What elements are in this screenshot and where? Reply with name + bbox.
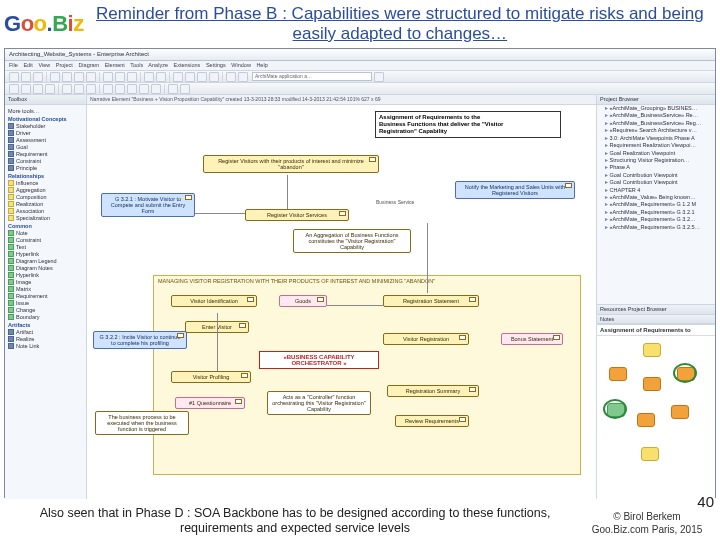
toolbox-item[interactable]: Change: [8, 307, 83, 313]
elem-goal-322[interactable]: G 3.2.2 : Incite Visitor to continue to …: [93, 331, 187, 349]
elem-visitor-profiling[interactable]: Visitor Profiling: [171, 371, 251, 383]
toolbar-search[interactable]: ArchiMate application a…: [252, 72, 372, 81]
toolbox-tab[interactable]: Toolbox: [5, 95, 86, 105]
elem-controller-note[interactable]: Acts as a "Controller" function orchestr…: [267, 391, 371, 415]
toolbox-item[interactable]: Driver: [8, 130, 83, 136]
toolbox-item[interactable]: Assessment: [8, 137, 83, 143]
tool-button[interactable]: [209, 72, 219, 82]
tool-button[interactable]: [62, 84, 72, 94]
right-pane[interactable]: Project Browser «ArchiMate_Grouping» BUS…: [597, 95, 715, 499]
toolbox-item[interactable]: Stakeholder: [8, 123, 83, 129]
toolbox-item[interactable]: Diagram Notes: [8, 265, 83, 271]
tool-button[interactable]: [115, 72, 125, 82]
toolbox-item[interactable]: Text: [8, 244, 83, 250]
elem-visitor-identification[interactable]: Visitor Identification: [171, 295, 257, 307]
tree-item[interactable]: «ArchiMate_BusinessService» Re…: [597, 112, 715, 119]
toolbox-search[interactable]: More tools…: [8, 108, 39, 114]
tree-item[interactable]: Structuring Visitor Registration…: [597, 157, 715, 164]
elem-process-note[interactable]: The business process to be executed when…: [95, 411, 189, 435]
toolbox-item[interactable]: Constraint: [8, 237, 83, 243]
tool-button[interactable]: [173, 72, 183, 82]
tool-button[interactable]: [185, 72, 195, 82]
elem-aggregation-note[interactable]: An Aggregation of Business Functions con…: [293, 229, 411, 253]
toolbox-item[interactable]: Association: [8, 208, 83, 214]
tool-button[interactable]: [33, 84, 43, 94]
tree-item[interactable]: Goal Contribution Viewpoint: [597, 172, 715, 179]
tool-button[interactable]: [86, 72, 96, 82]
toolbox-item[interactable]: Diagram Legend: [8, 258, 83, 264]
toolbox-item[interactable]: Requirement: [8, 151, 83, 157]
tool-button[interactable]: [151, 84, 161, 94]
tree-item[interactable]: «ArchiMate_Grouping» BUSINES…: [597, 105, 715, 112]
tool-button[interactable]: [50, 72, 60, 82]
tool-button[interactable]: [127, 72, 137, 82]
tree-item[interactable]: CHAPTER 4: [597, 187, 715, 194]
tree-item[interactable]: Phase A: [597, 164, 715, 171]
toolbox-item[interactable]: Influence: [8, 180, 83, 186]
canvas-tabbar[interactable]: Narrative Element "Business + Vision Pro…: [87, 95, 596, 105]
toolbox-item[interactable]: Composition: [8, 194, 83, 200]
elem-bonus-statement[interactable]: Bonus Statement: [501, 333, 563, 345]
elem-register-visitor-services[interactable]: Register Visitor Services: [245, 209, 349, 221]
tree-item[interactable]: Goal Realization Viewpoint: [597, 150, 715, 157]
tool-button[interactable]: [144, 72, 154, 82]
tool-button[interactable]: [103, 84, 113, 94]
tree-item[interactable]: Requirement Realization Viewpoi…: [597, 142, 715, 149]
toolbar-1[interactable]: ArchiMate application a…: [5, 71, 715, 83]
elem-goal-321[interactable]: G 3.2.1 : Motivate Visitor to Compete an…: [101, 193, 195, 217]
tool-button[interactable]: [86, 84, 96, 94]
tool-button[interactable]: [374, 72, 384, 82]
tree-item[interactable]: «ArchiMate_Requirement» G 3.2…: [597, 216, 715, 223]
tree-item[interactable]: «ArchiMate_Requirement» G 3.2.1: [597, 209, 715, 216]
toolbox-item[interactable]: Artifact: [8, 329, 83, 335]
toolbox-pane[interactable]: Toolbox More tools… Motivational Concept…: [5, 95, 87, 499]
tool-button[interactable]: [74, 84, 84, 94]
tool-button[interactable]: [156, 72, 166, 82]
toolbox-item[interactable]: Specialization: [8, 215, 83, 221]
tree-item[interactable]: «ArchiMate_Value» Being known…: [597, 194, 715, 201]
tree-item[interactable]: «ArchiMate_BusinessService» Reg…: [597, 120, 715, 127]
tool-button[interactable]: [226, 72, 236, 82]
toolbox-item[interactable]: Hyperlink: [8, 251, 83, 257]
project-browser-tab[interactable]: Project Browser: [597, 95, 715, 105]
elem-questionnaire[interactable]: #1 Questionnaire: [175, 397, 245, 409]
toolbox-item[interactable]: Boundary: [8, 314, 83, 320]
toolbox-item[interactable]: Aggregation: [8, 187, 83, 193]
diagram-canvas[interactable]: Narrative Element "Business + Vision Pro…: [87, 95, 597, 499]
toolbox-item[interactable]: Realization: [8, 201, 83, 207]
toolbox-item[interactable]: Note Link: [8, 343, 83, 349]
toolbox-item[interactable]: Principle: [8, 165, 83, 171]
tool-button[interactable]: [62, 72, 72, 82]
toolbox-item[interactable]: Note: [8, 230, 83, 236]
tree-item[interactable]: «Requires» Search Architecture v…: [597, 127, 715, 134]
tool-button[interactable]: [21, 72, 31, 82]
tool-button[interactable]: [103, 72, 113, 82]
toolbox-item[interactable]: Constraint: [8, 158, 83, 164]
tool-button[interactable]: [74, 72, 84, 82]
toolbox-item[interactable]: Image: [8, 279, 83, 285]
tool-button[interactable]: [180, 84, 190, 94]
toolbox-item[interactable]: Matrix: [8, 286, 83, 292]
toolbox-item[interactable]: Requirement: [8, 293, 83, 299]
tool-button[interactable]: [197, 72, 207, 82]
tool-button[interactable]: [238, 72, 248, 82]
tree-item[interactable]: «ArchiMate_Requirement» G 1.2 M: [597, 201, 715, 208]
tree-item[interactable]: 3.0: ArchiMate Viewpoints Phase A: [597, 135, 715, 142]
tool-button[interactable]: [21, 84, 31, 94]
tree-item[interactable]: «ArchiMate_Requirement» G 3.2.5…: [597, 224, 715, 231]
toolbar-2[interactable]: [5, 83, 715, 95]
toolbox-item[interactable]: Goal: [8, 144, 83, 150]
tool-button[interactable]: [9, 72, 19, 82]
toolbox-item[interactable]: Issue: [8, 300, 83, 306]
notes-tab[interactable]: Notes: [597, 315, 715, 324]
elem-notify-marketing[interactable]: Notify the Marketing and Sales Units wit…: [455, 181, 575, 199]
menubar[interactable]: File Edit View Project Diagram Element T…: [5, 61, 715, 71]
elem-registration-statement[interactable]: Registration Statement: [383, 295, 479, 307]
elem-visitor-registration[interactable]: Visitor Registration: [383, 333, 469, 345]
tool-button[interactable]: [168, 84, 178, 94]
tree-item[interactable]: Goal Contribution Viewpoint: [597, 179, 715, 186]
toolbox-item[interactable]: Realize: [8, 336, 83, 342]
elem-goods[interactable]: Goods: [279, 295, 327, 307]
elem-review-requirements[interactable]: Review Requirements: [395, 415, 469, 427]
tool-button[interactable]: [45, 84, 55, 94]
